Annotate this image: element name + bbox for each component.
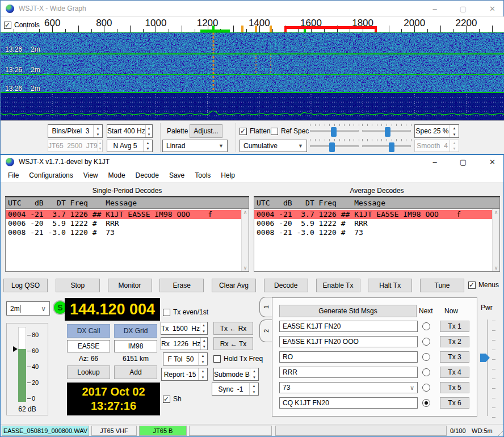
tab-1[interactable]: 1 xyxy=(259,297,272,317)
start-hz-spinner[interactable]: Start 400 Hz ▲▼ xyxy=(107,124,153,138)
dx-grid-button[interactable]: DX Grid xyxy=(114,324,157,338)
menu-view[interactable]: View xyxy=(78,171,103,179)
gain-slider[interactable] xyxy=(310,124,359,137)
decode-row[interactable]: 0008 -21 -3.0 1220 # 73 xyxy=(254,228,492,237)
menu-file[interactable]: File xyxy=(3,171,24,179)
erase-button[interactable]: Erase xyxy=(159,279,204,292)
dx-call-button[interactable]: DX Call xyxy=(67,324,110,338)
spinner-arrows-icon[interactable]: ▲▼ xyxy=(249,383,258,395)
minimize-icon[interactable]: – xyxy=(433,158,437,166)
rx-freq-spinner[interactable]: Rx 1226 Hz ▲▼ xyxy=(161,337,208,350)
tab-2[interactable]: 2 xyxy=(259,320,272,342)
now-tx1-button[interactable]: Tx 1 xyxy=(440,321,469,332)
single-period-decodes-list[interactable]: 0004 -21 3.7 1226 ## K1JT EA5SE IM98 OOO… xyxy=(5,208,249,272)
tx-message-4-field[interactable]: RRR xyxy=(279,367,418,378)
decode-button[interactable]: Decode xyxy=(264,279,308,292)
menu-tools[interactable]: Tools xyxy=(190,171,216,179)
decode-row[interactable]: 0004 -21 3.7 1226 ## K1JT EA5SE IM98 OOO… xyxy=(6,210,241,219)
submode-spinner[interactable]: Submode B ▲▼ xyxy=(213,368,259,381)
scroll-up-icon[interactable]: ∧ xyxy=(493,209,499,215)
spinner-arrows-icon[interactable]: ▲▼ xyxy=(250,368,258,380)
spinner-arrows-icon[interactable]: ▲▼ xyxy=(198,353,207,365)
clear-avg-button[interactable]: Clear Avg xyxy=(212,279,256,292)
band-select[interactable]: 2m ∨ xyxy=(6,301,50,316)
maximize-icon[interactable]: ▢ xyxy=(460,158,467,166)
hold-tx-freq-checkbox[interactable]: Hold Tx Freq xyxy=(213,355,263,363)
tx-from-rx-button[interactable]: Tx ← Rx xyxy=(213,322,253,335)
report-spinner[interactable]: Report -15 ▲▼ xyxy=(161,368,208,381)
decode-row[interactable]: 0008 -21 -3.0 1220 # 73 xyxy=(6,228,241,237)
average-decodes-list[interactable]: 0004 -21 3.7 1226 ## K1JT EA5SE IM98 OOO… xyxy=(254,208,500,272)
n-avg-spinner[interactable]: N Avg 5 ▲▼ xyxy=(107,140,153,152)
dx-grid-field[interactable]: IM98 xyxy=(114,340,157,352)
menu-mode[interactable]: Mode xyxy=(103,171,131,179)
maximize-icon[interactable]: ▢ xyxy=(460,5,467,12)
spinner-arrows-icon[interactable]: ▲▼ xyxy=(450,125,459,137)
now-tx6-button[interactable]: Tx 6 xyxy=(440,397,469,409)
now-tx4-button[interactable]: Tx 4 xyxy=(440,367,469,378)
decode-row[interactable]: 0004 -21 3.7 1226 ## K1JT EA5SE IM98 OOO… xyxy=(254,210,492,219)
frequency-scale[interactable]: Controls 6008001000120014001600180020002… xyxy=(1,16,504,32)
tx-even-checkbox[interactable]: Tx even/1st xyxy=(163,308,208,316)
now-tx2-button[interactable]: Tx 2 xyxy=(440,336,469,347)
sh-checkbox[interactable]: Sh xyxy=(163,395,182,403)
spec-percent-spinner[interactable]: Spec 25 % ▲▼ xyxy=(414,124,459,138)
scrollbar[interactable]: ∧∨ xyxy=(492,209,499,271)
halt-tx-button[interactable]: Halt Tx xyxy=(368,279,412,292)
enable-tx-button[interactable]: Enable Tx xyxy=(316,279,360,292)
spinner-arrows-icon[interactable]: ▲▼ xyxy=(145,125,152,137)
palette-select[interactable]: Linrad ▼ xyxy=(162,140,228,152)
spinner-arrows-icon[interactable]: ▲▼ xyxy=(198,368,207,380)
bins-pixel-spinner[interactable]: Bins/Pixel 3 ▲▼ xyxy=(48,124,103,138)
now-tx5-button[interactable]: Tx 5 xyxy=(440,382,469,393)
tx-message-6-field[interactable]: CQ K1JT FN20 xyxy=(279,397,418,409)
tx-message-3-field[interactable]: RO xyxy=(279,351,418,363)
menu-help[interactable]: Help xyxy=(216,171,240,179)
stop-button[interactable]: Stop xyxy=(56,279,100,292)
spinner-arrows-icon[interactable]: ▲▼ xyxy=(200,322,207,334)
monitor-button[interactable]: Monitor xyxy=(108,279,152,292)
decode-row[interactable]: 0006 -20 5.9 1222 # RRR xyxy=(254,219,492,228)
rx-from-tx-button[interactable]: Rx ← Tx xyxy=(213,337,253,350)
spinner-arrows-icon[interactable]: ▲▼ xyxy=(93,125,102,137)
next-radio-4[interactable] xyxy=(422,368,430,376)
now-tx3-button[interactable]: Tx 3 xyxy=(440,351,469,363)
sync-spinner[interactable]: Sync -1 ▲▼ xyxy=(212,383,259,396)
controls-checkbox[interactable]: Controls xyxy=(4,21,40,29)
close-icon[interactable]: ✕ xyxy=(489,158,495,166)
generate-std-msgs-button[interactable]: Generate Std Msgs xyxy=(279,305,417,317)
next-radio-6[interactable] xyxy=(422,399,430,407)
tx-message-5-field[interactable]: 73∨ xyxy=(279,382,418,393)
display-mode-select[interactable]: Cumulative ▼ xyxy=(240,140,307,152)
lookup-button[interactable]: Lookup xyxy=(67,365,110,379)
menu-configurations[interactable]: Configurations xyxy=(24,171,78,179)
minimize-icon[interactable]: – xyxy=(433,5,437,12)
next-radio-1[interactable] xyxy=(422,322,430,330)
dx-call-field[interactable]: EA5SE xyxy=(67,340,110,352)
next-radio-5[interactable] xyxy=(422,384,430,392)
decode-row[interactable]: 0006 -20 5.9 1222 # RRR xyxy=(6,219,241,228)
tx-message-1-field[interactable]: EA5SE K1JT FN20 xyxy=(279,321,418,332)
flatten-checkbox[interactable]: Flatten xyxy=(240,127,271,135)
tx-message-2-field[interactable]: EA5SE K1JT FN20 OOO xyxy=(279,336,418,347)
zero-slider[interactable] xyxy=(362,124,411,137)
next-radio-3[interactable] xyxy=(422,353,430,361)
ref-spec-checkbox[interactable]: Ref Spec xyxy=(271,127,309,135)
resize-grip[interactable] xyxy=(496,429,503,436)
pwr-slider-handle[interactable] xyxy=(480,354,490,362)
spinner-arrows-icon[interactable]: ▲▼ xyxy=(200,338,207,350)
spinner-arrows-icon[interactable]: ▲▼ xyxy=(143,140,152,152)
gain2-slider[interactable] xyxy=(310,139,359,153)
scroll-up-icon[interactable]: ∧ xyxy=(242,209,249,215)
waterfall-display[interactable]: 13:262m13:262m13:262m xyxy=(1,32,504,93)
tune-button[interactable]: Tune xyxy=(420,279,464,292)
add-button[interactable]: Add xyxy=(114,365,157,379)
next-radio-2[interactable] xyxy=(422,338,430,346)
menu-decode[interactable]: Decode xyxy=(131,171,164,179)
menu-save[interactable]: Save xyxy=(164,171,190,179)
close-icon[interactable]: ✕ xyxy=(489,5,495,12)
f-tol-spinner[interactable]: F Tol 50 ▲▼ xyxy=(163,352,208,365)
palette-adjust-button[interactable]: Adjust... xyxy=(190,124,222,138)
log-qso-button[interactable]: Log QSO xyxy=(3,279,48,292)
scroll-down-icon[interactable]: ∨ xyxy=(242,265,249,271)
